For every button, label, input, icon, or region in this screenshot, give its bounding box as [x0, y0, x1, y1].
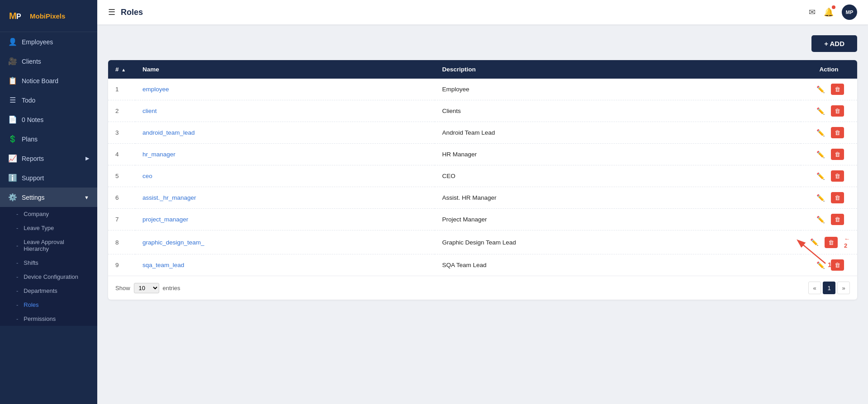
- subnav-roles[interactable]: - Roles: [0, 298, 97, 312]
- settings-icon: ⚙️: [8, 193, 17, 202]
- cell-action: ✏️ 🗑: [801, 165, 857, 187]
- pagination-last[interactable]: »: [837, 282, 850, 294]
- cell-description: HR Manager: [435, 144, 801, 165]
- table-row: 4 hr_manager HR Manager ✏️ 🗑: [108, 144, 857, 165]
- show-label: Show: [115, 285, 130, 291]
- col-header-name: Name: [135, 60, 435, 79]
- cell-action: ✏️ 🗑: [801, 254, 857, 276]
- sidebar: M P MobiPixels 👤 Employees 🎥 Clients 📋 N…: [0, 0, 97, 404]
- sidebar-item-noticeboard[interactable]: 📋 Notice Board: [0, 71, 97, 90]
- cell-description: Clients: [435, 100, 801, 122]
- action-buttons: ✏️ 🗑: [808, 170, 850, 182]
- cell-num: 9: [108, 254, 135, 276]
- table-row: 7 project_manager Project Manager ✏️ 🗑: [108, 209, 857, 230]
- menu-icon[interactable]: ☰: [108, 7, 115, 17]
- pagination-first[interactable]: «: [808, 282, 821, 294]
- sidebar-item-label: Support: [22, 174, 44, 182]
- action-buttons: ✏️ 🗑: [808, 149, 850, 160]
- cell-description: Assist. HR Manager: [435, 187, 801, 209]
- subnav-leavetype[interactable]: - Leave Type: [0, 221, 97, 235]
- sidebar-item-settings[interactable]: ⚙️ Settings ▼: [0, 188, 97, 207]
- svg-text:M: M: [9, 11, 17, 21]
- cell-name: employee: [135, 79, 435, 100]
- subnav-departments[interactable]: - Departments: [0, 284, 97, 298]
- delete-button[interactable]: 🗑: [831, 259, 844, 271]
- subnav-label: Leave Type: [24, 225, 54, 231]
- sidebar-item-label: Plans: [22, 136, 38, 143]
- edit-button[interactable]: ✏️: [814, 214, 827, 225]
- table-row: 5 ceo CEO ✏️ 🗑: [108, 165, 857, 187]
- edit-button[interactable]: ✏️: [814, 106, 827, 117]
- edit-button[interactable]: ✏️: [808, 237, 821, 248]
- subnav-label: Departments: [24, 287, 57, 294]
- show-entries: Show 10 25 50 100 entries: [115, 283, 180, 293]
- page-area: + ADD # ▲ Name Description Action: [97, 24, 868, 404]
- add-button[interactable]: + ADD: [811, 35, 857, 52]
- action-buttons: ✏️ 🗑: [808, 259, 850, 271]
- edit-button[interactable]: ✏️: [814, 127, 827, 138]
- sidebar-item-employees[interactable]: 👤 Employees: [0, 32, 97, 52]
- delete-button[interactable]: 🗑: [831, 127, 844, 138]
- cell-description: SQA Team Lead: [435, 254, 801, 276]
- table-row: 8 graphic_design_team_ Graphic Design Te…: [108, 230, 857, 254]
- delete-button[interactable]: 🗑: [831, 105, 844, 117]
- sidebar-item-reports[interactable]: 📈 Reports ▶: [0, 149, 97, 168]
- cell-description: CEO: [435, 165, 801, 187]
- topbar: ☰ Roles ✉ 🔔 MP: [97, 0, 868, 24]
- cell-name: graphic_design_team_: [135, 230, 435, 254]
- table-row: 2 client Clients ✏️ 🗑: [108, 100, 857, 122]
- avatar[interactable]: MP: [842, 5, 857, 20]
- sidebar-item-label: Reports: [22, 155, 44, 162]
- settings-arrow-icon: ▼: [84, 195, 89, 200]
- delete-button[interactable]: 🗑: [831, 84, 844, 95]
- cell-action: ✏️ 🗑: [801, 144, 857, 165]
- cell-name: ceo: [135, 165, 435, 187]
- subnav-leaveapproval[interactable]: - Leave Approval Hierarchy: [0, 235, 97, 256]
- delete-button[interactable]: 🗑: [831, 149, 844, 160]
- subnav-label: Device Configuration: [24, 273, 78, 280]
- delete-button[interactable]: 🗑: [831, 170, 844, 182]
- sidebar-item-clients[interactable]: 🎥 Clients: [0, 52, 97, 71]
- bell-icon[interactable]: 🔔: [824, 7, 834, 17]
- reports-icon: 📈: [8, 154, 17, 163]
- add-btn-row: + ADD: [108, 35, 857, 52]
- mail-icon[interactable]: ✉: [809, 7, 816, 17]
- delete-button[interactable]: 🗑: [825, 237, 838, 248]
- sidebar-item-todo[interactable]: ☰ Todo: [0, 90, 97, 110]
- sidebar-item-label: Settings: [22, 194, 45, 201]
- edit-button[interactable]: ✏️: [814, 260, 827, 271]
- subnav-permissions[interactable]: - Permissions: [0, 312, 97, 326]
- subnav-company[interactable]: - Company: [0, 207, 97, 221]
- notes-icon: 📄: [8, 115, 17, 124]
- delete-button[interactable]: 🗑: [831, 192, 844, 203]
- noticeboard-icon: 📋: [8, 76, 17, 85]
- subnav-label: Shifts: [24, 259, 38, 266]
- subnav-shifts[interactable]: - Shifts: [0, 256, 97, 270]
- roles-table-card: # ▲ Name Description Action 1 employee E…: [108, 60, 857, 300]
- todo-icon: ☰: [8, 96, 17, 104]
- edit-button[interactable]: ✏️: [814, 193, 827, 203]
- cell-action: ✏️ 🗑 ← 2: [801, 230, 857, 254]
- sidebar-item-label: Employees: [22, 38, 53, 46]
- delete-button[interactable]: 🗑: [831, 214, 844, 225]
- cell-num: 3: [108, 122, 135, 144]
- edit-button[interactable]: ✏️: [814, 171, 827, 182]
- cell-num: 8: [108, 230, 135, 254]
- sidebar-item-support[interactable]: ℹ️ Support: [0, 168, 97, 188]
- entries-select[interactable]: 10 25 50 100: [134, 283, 159, 293]
- annotation-arrow2: ← 2: [844, 235, 850, 249]
- edit-button[interactable]: ✏️: [814, 84, 827, 95]
- cell-description: Graphic Design Team Lead: [435, 230, 801, 254]
- sidebar-item-plans[interactable]: 💲 Plans: [0, 129, 97, 149]
- cell-name: project_manager: [135, 209, 435, 230]
- action-buttons: ✏️ 🗑 ← 2: [808, 235, 850, 249]
- cell-num: 5: [108, 165, 135, 187]
- settings-subnav: - Company - Leave Type - Leave Approval …: [0, 207, 97, 326]
- pagination-page-1[interactable]: 1: [823, 282, 835, 294]
- subnav-deviceconfig[interactable]: - Device Configuration: [0, 270, 97, 284]
- action-buttons: ✏️ 🗑: [808, 192, 850, 203]
- sidebar-item-notes[interactable]: 📄 0 Notes: [0, 110, 97, 129]
- sort-icon[interactable]: ▲: [121, 67, 126, 72]
- edit-button[interactable]: ✏️: [814, 149, 827, 160]
- cell-name: sqa_team_lead: [135, 254, 435, 276]
